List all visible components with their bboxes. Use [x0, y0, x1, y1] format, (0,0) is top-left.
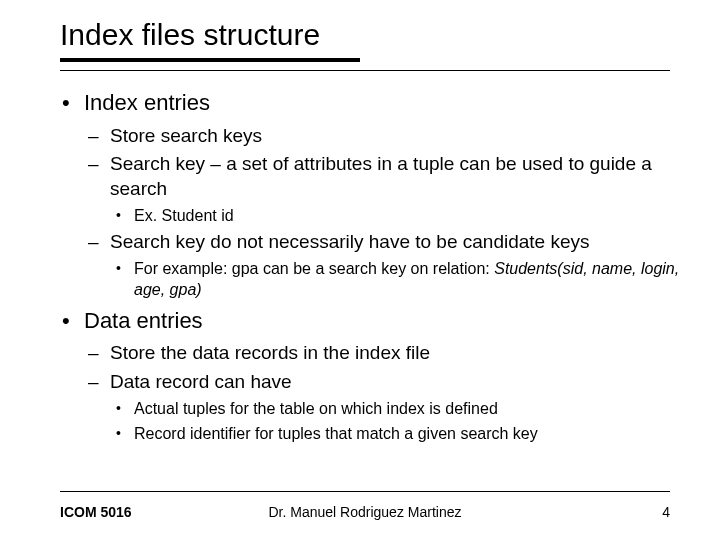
bullet-level2: Data record can have Actual tuples for t…	[84, 370, 680, 444]
bullet-level1: Data entries Store the data records in t…	[60, 307, 680, 445]
bullet-subsublist: For example: gpa can be a search key on …	[110, 259, 680, 301]
bullet-text: Actual tuples for the table on which ind…	[134, 400, 498, 417]
bullet-level2: Store the data records in the index file	[84, 341, 680, 366]
bullet-level3: Ex. Student id	[110, 206, 680, 227]
bullet-level1: Index entries Store search keys Search k…	[60, 89, 680, 301]
title-underline	[60, 58, 360, 62]
bullet-text: Record identifier for tuples that match …	[134, 425, 538, 442]
bullet-text: Data entries	[84, 308, 203, 333]
footer-left: ICOM 5016	[60, 504, 132, 520]
bullet-subsublist: Ex. Student id	[110, 206, 680, 227]
divider-top	[60, 70, 670, 71]
bullet-text: Index entries	[84, 90, 210, 115]
footer-right: 4	[662, 504, 670, 520]
bullet-level2: Search key – a set of attributes in a tu…	[84, 152, 680, 226]
bullet-text: Search key – a set of attributes in a tu…	[110, 153, 652, 199]
divider-bottom	[60, 491, 670, 492]
bullet-list: Index entries Store search keys Search k…	[60, 89, 680, 444]
bullet-subsublist: Actual tuples for the table on which ind…	[110, 399, 680, 445]
slide-title: Index files structure	[60, 18, 680, 52]
bullet-text: For example: gpa can be a search key on …	[134, 260, 494, 277]
bullet-sublist: Store search keys Search key – a set of …	[84, 124, 680, 301]
bullet-level2: Search key do not necessarily have to be…	[84, 230, 680, 300]
bullet-sublist: Store the data records in the index file…	[84, 341, 680, 444]
bullet-level3: Actual tuples for the table on which ind…	[110, 399, 680, 420]
bullet-text: Ex. Student id	[134, 207, 234, 224]
bullet-text: Store search keys	[110, 125, 262, 146]
bullet-level3: Record identifier for tuples that match …	[110, 424, 680, 445]
slide: Index files structure Index entries Stor…	[0, 0, 720, 540]
footer: ICOM 5016 Dr. Manuel Rodriguez Martinez …	[60, 504, 670, 520]
bullet-text: Store the data records in the index file	[110, 342, 430, 363]
bullet-text: Search key do not necessarily have to be…	[110, 231, 590, 252]
bullet-text: Data record can have	[110, 371, 292, 392]
bullet-level2: Store search keys	[84, 124, 680, 149]
footer-center: Dr. Manuel Rodriguez Martinez	[269, 504, 462, 520]
bullet-level3: For example: gpa can be a search key on …	[110, 259, 680, 301]
